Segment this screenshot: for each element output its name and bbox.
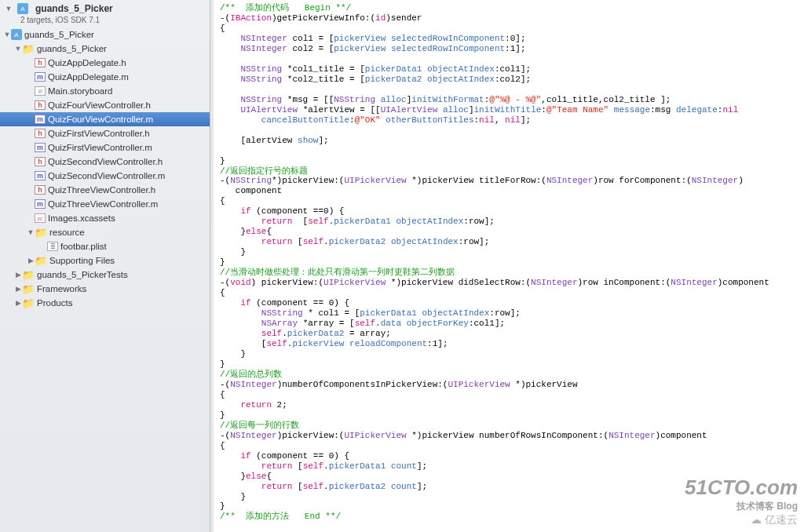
file-name: QuizFourViewController.h [48, 100, 151, 110]
m-icon: m [35, 199, 46, 209]
file-name: QuizAppDelegate.m [48, 72, 129, 82]
h-icon: h [35, 157, 46, 166]
file-name: QuizAppDelegate.h [48, 58, 126, 67]
tree-row[interactable]: mQuizSecondViewController.m [0, 169, 210, 183]
file-name: QuizFirstViewController.h [48, 129, 150, 138]
tree-row[interactable]: mQuizAppDelegate.m [0, 70, 210, 84]
file-name: QuizSecondViewController.m [48, 171, 165, 180]
project-navigator[interactable]: ▼ A guands_5_Picker 2 targets, iOS SDK 7… [0, 0, 210, 532]
h-icon: h [35, 185, 46, 195]
folder-icon: 📁 [22, 297, 35, 308]
folder-icon: 📁 [22, 269, 35, 280]
file-name: guands_5_Picker [24, 30, 94, 39]
chevron-right-icon[interactable]: ▶ [14, 299, 22, 307]
tree-row[interactable]: ▶📁Supporting Files [0, 253, 210, 268]
tree-row[interactable]: xcImages.xcassets [0, 211, 210, 225]
file-name: QuizSecondViewController.h [48, 157, 163, 166]
chevron-down-icon[interactable]: ▼ [14, 45, 22, 53]
project-icon: A [17, 3, 28, 14]
plist-icon: ≣ [47, 242, 58, 251]
tree-row[interactable]: hQuizFirstViewController.h [0, 126, 210, 140]
file-name: Images.xcassets [48, 213, 115, 223]
file-tree[interactable]: ▼Aguands_5_Picker▼📁guands_5_PickerhQuizA… [0, 27, 210, 310]
tree-row[interactable]: mQuizFirstViewController.m [0, 140, 210, 155]
chevron-down-icon[interactable]: ▼ [3, 31, 11, 38]
file-name: QuizThreeViewController.m [48, 199, 158, 209]
m-icon: m [35, 171, 46, 180]
file-name: Products [37, 298, 72, 308]
file-name: QuizFourViewController.m [48, 115, 153, 124]
h-icon: h [35, 58, 46, 67]
sb-icon: ⎚ [35, 86, 46, 96]
project-header[interactable]: ▼ A guands_5_Picker [0, 0, 210, 16]
chevron-right-icon[interactable]: ▶ [14, 271, 22, 279]
tree-row[interactable]: hQuizFourViewController.h [0, 98, 210, 112]
file-name: Main.storyboard [48, 86, 112, 96]
m-icon: m [35, 72, 46, 82]
folder-icon: 📁 [22, 43, 35, 54]
tree-row[interactable]: ▶📁Frameworks [0, 282, 210, 296]
chevron-right-icon[interactable]: ▶ [14, 285, 22, 293]
chevron-down-icon[interactable]: ▼ [5, 5, 13, 13]
file-name: QuizFirstViewController.m [48, 143, 152, 152]
chevron-right-icon[interactable]: ▶ [27, 257, 35, 264]
tree-row[interactable]: ▶📁Products [0, 296, 210, 310]
tree-row[interactable]: ▼Aguands_5_Picker [0, 27, 210, 42]
tree-row[interactable]: ▼📁guands_5_Picker [0, 42, 210, 56]
tree-row[interactable]: hQuizSecondViewController.h [0, 155, 210, 169]
file-name: guands_5_PickerTests [37, 270, 128, 279]
folder-icon: 📁 [35, 227, 47, 238]
h-icon: h [35, 100, 46, 110]
tree-row[interactable]: hQuizThreeViewController.h [0, 183, 210, 197]
file-name: resource [49, 228, 85, 237]
file-name: footbar.plist [60, 242, 107, 251]
file-name: Frameworks [37, 284, 86, 293]
tree-row[interactable]: ▶📁guands_5_PickerTests [0, 268, 210, 282]
project-title: guands_5_Picker [35, 3, 113, 14]
folder-icon: 📁 [22, 283, 35, 294]
tree-row[interactable]: mQuizThreeViewController.m [0, 197, 210, 211]
m-icon: m [35, 115, 46, 124]
file-name: Supporting Files [49, 256, 115, 265]
folder-icon: 📁 [35, 255, 47, 266]
project-subtitle: 2 targets, iOS SDK 7.1 [0, 16, 210, 24]
chevron-down-icon[interactable]: ▼ [27, 228, 35, 236]
file-name: QuizThreeViewController.h [48, 185, 155, 195]
tree-row[interactable]: mQuizFourViewController.m [0, 112, 210, 126]
xc-icon: xc [35, 213, 46, 223]
tree-row[interactable]: ▼📁resource [0, 225, 210, 239]
code-editor[interactable]: /** 添加的代码 Begin **/ -(IBAction)getPicker… [210, 0, 804, 532]
proj-icon: A [11, 29, 22, 40]
tree-row[interactable]: ≣footbar.plist [0, 239, 210, 253]
m-icon: m [35, 143, 46, 152]
h-icon: h [35, 129, 46, 138]
file-name: guands_5_Picker [37, 44, 107, 53]
tree-row[interactable]: hQuizAppDelegate.h [0, 56, 210, 70]
tree-row[interactable]: ⎚Main.storyboard [0, 84, 210, 98]
